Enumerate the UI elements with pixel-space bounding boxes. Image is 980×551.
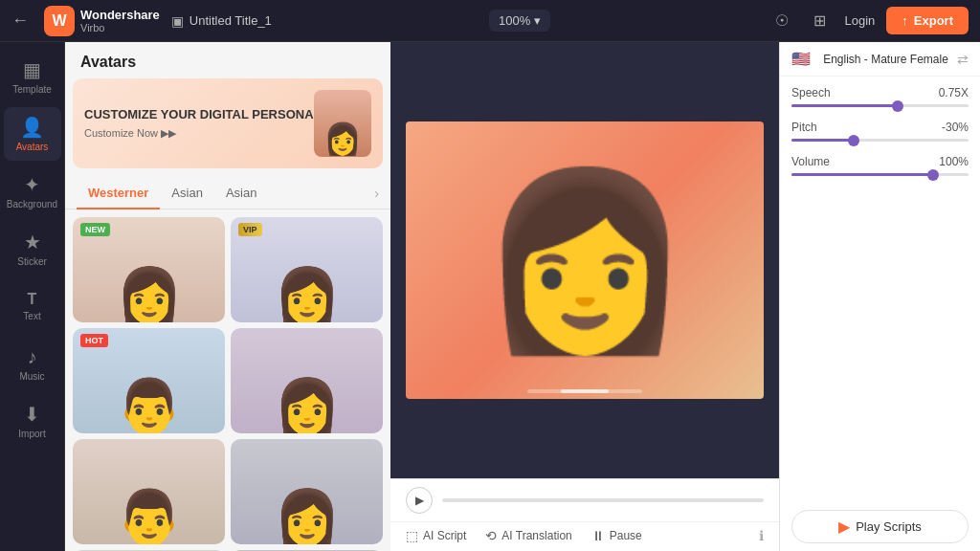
left-sidebar: ▦ Template 👤 Avatars ✦ Background ★ Stic… bbox=[0, 42, 65, 551]
tabs-next-icon[interactable]: › bbox=[374, 186, 379, 201]
pitch-slider[interactable] bbox=[791, 139, 969, 142]
layout-icon[interactable]: ⊞ bbox=[807, 8, 834, 34]
play-scripts-icon: ▶ bbox=[838, 518, 850, 536]
canvas-avatar: 👩 bbox=[478, 174, 693, 346]
ai-script-icon: ⬚ bbox=[406, 528, 418, 543]
sidebar-item-template[interactable]: ▦ Template bbox=[4, 50, 61, 103]
banner-heading: CUSTOMIZE YOUR DIGITAL PERSONA bbox=[84, 107, 314, 123]
pitch-label-row: Pitch -30% bbox=[791, 121, 969, 134]
zoom-control[interactable]: 100% ▾ bbox=[489, 10, 550, 32]
avatar-card-6[interactable]: 👩 bbox=[231, 439, 383, 544]
volume-control: Volume 100% bbox=[791, 155, 969, 176]
sidebar-item-text[interactable]: T Text bbox=[4, 279, 61, 333]
speech-slider-fill bbox=[791, 104, 898, 107]
volume-slider-fill bbox=[791, 173, 933, 176]
import-label: Import bbox=[18, 429, 45, 439]
progress-bar[interactable] bbox=[442, 498, 764, 502]
zoom-chevron-icon: ▾ bbox=[534, 13, 541, 28]
pitch-value: -30% bbox=[942, 121, 969, 134]
logo-icon: W bbox=[44, 6, 75, 36]
canvas-scrollbar-thumb bbox=[561, 389, 609, 393]
sidebar-item-sticker[interactable]: ★ Sticker bbox=[4, 222, 61, 276]
text-icon: T bbox=[28, 291, 37, 308]
ai-translation-button[interactable]: ⟲ AI Translation bbox=[485, 528, 571, 543]
pitch-slider-thumb[interactable] bbox=[848, 135, 859, 146]
play-button[interactable]: ▶ bbox=[406, 487, 433, 514]
music-label: Music bbox=[19, 371, 44, 382]
canvas-viewport: 👩 bbox=[390, 42, 779, 478]
sticker-icon: ★ bbox=[24, 231, 41, 253]
avatar-badge-vip: VIP bbox=[238, 223, 262, 236]
avatar-person-3: 👨 bbox=[116, 380, 183, 433]
topbar-center: 100% ▾ bbox=[283, 10, 757, 32]
file-title[interactable]: ▣ Untitled Title_1 bbox=[171, 13, 272, 29]
avatar-card-2[interactable]: VIP 👩 bbox=[231, 217, 383, 322]
login-button[interactable]: Login bbox=[845, 13, 876, 28]
bottom-controls: ▶ ⬚ AI Script ⟲ AI Translation ⏸ Pause bbox=[390, 478, 779, 551]
banner-subtext: Customize Now ▶▶ bbox=[84, 127, 314, 140]
volume-label: Volume bbox=[791, 155, 830, 168]
avatar-person-5: 👨 bbox=[116, 491, 183, 544]
sidebar-item-avatars[interactable]: 👤 Avatars bbox=[4, 107, 61, 161]
pause-label: Pause bbox=[610, 529, 642, 542]
tab-westerner[interactable]: Westerner bbox=[77, 178, 160, 209]
info-icon[interactable]: ℹ bbox=[759, 528, 764, 543]
speech-value: 0.75X bbox=[939, 86, 969, 99]
speech-slider[interactable] bbox=[791, 104, 969, 107]
avatar-grid: NEW 👩 VIP 👩 HOT 👨 👩 👨 👩 bbox=[65, 209, 390, 551]
pitch-control: Pitch -30% bbox=[791, 121, 969, 142]
avatar-card-4[interactable]: 👩 bbox=[231, 328, 383, 433]
language-text: English - Mature Female bbox=[823, 53, 948, 66]
sticker-label: Sticker bbox=[17, 256, 47, 267]
right-panel: 🇺🇸 English - Mature Female ⇄ Speech 0.75… bbox=[779, 42, 980, 551]
speech-label: Speech bbox=[791, 86, 831, 99]
export-button[interactable]: ↑ Export bbox=[886, 7, 969, 34]
avatar-person-2: 👩 bbox=[274, 269, 341, 322]
speech-control: Speech 0.75X bbox=[791, 86, 969, 107]
template-icon: ▦ bbox=[23, 58, 41, 81]
volume-slider-thumb[interactable] bbox=[927, 169, 939, 181]
avatars-icon: 👤 bbox=[20, 116, 44, 139]
play-scripts-button[interactable]: ▶ Play Scripts bbox=[791, 510, 969, 543]
language-selector[interactable]: 🇺🇸 English - Mature Female ⇄ bbox=[780, 42, 980, 77]
canvas-scrollbar[interactable] bbox=[527, 389, 642, 393]
volume-slider[interactable] bbox=[791, 173, 969, 176]
ai-script-button[interactable]: ⬚ AI Script bbox=[406, 528, 466, 543]
customize-banner[interactable]: CUSTOMIZE YOUR DIGITAL PERSONA Customize… bbox=[73, 78, 383, 168]
avatar-tabs: Westerner Asian Asian › bbox=[65, 178, 390, 209]
file-icon: ▣ bbox=[171, 13, 184, 29]
audio-controls: Speech 0.75X Pitch -30% bbox=[780, 77, 980, 502]
script-controls: ⬚ AI Script ⟲ AI Translation ⏸ Pause ℹ bbox=[390, 521, 779, 551]
swap-icon[interactable]: ⇄ bbox=[957, 52, 969, 67]
history-icon[interactable]: ☉ bbox=[768, 8, 795, 34]
avatar-person-4: 👩 bbox=[274, 380, 341, 433]
ai-script-label: AI Script bbox=[423, 529, 466, 542]
sidebar-item-import[interactable]: ⬇ Import bbox=[4, 394, 61, 448]
tab-asian1-label: Asian bbox=[171, 186, 203, 200]
topbar-right: ☉ ⊞ Login ↑ Export bbox=[768, 7, 969, 34]
template-label: Template bbox=[12, 84, 52, 95]
tab-asian-2[interactable]: Asian bbox=[214, 178, 269, 209]
speech-label-row: Speech 0.75X bbox=[791, 86, 969, 99]
background-label: Background bbox=[7, 199, 57, 209]
sidebar-item-music[interactable]: ♪ Music bbox=[4, 337, 61, 390]
play-scripts-label: Play Scripts bbox=[856, 519, 922, 534]
avatar-card-1[interactable]: NEW 👩 bbox=[73, 217, 225, 322]
export-label: Export bbox=[914, 13, 953, 28]
avatar-card-3[interactable]: HOT 👨 bbox=[73, 328, 225, 433]
pitch-slider-fill bbox=[791, 139, 854, 142]
tab-westerner-label: Westerner bbox=[88, 186, 148, 200]
app-logo: W Wondershare Virbo bbox=[44, 6, 160, 36]
banner-person-icon: 👩 bbox=[323, 121, 362, 157]
back-button[interactable]: ← bbox=[11, 11, 29, 31]
logo-text-group: Wondershare Virbo bbox=[80, 8, 160, 33]
file-name: Untitled Title_1 bbox=[189, 13, 272, 28]
sidebar-item-background[interactable]: ✦ Background bbox=[4, 165, 61, 218]
pause-button[interactable]: ⏸ Pause bbox=[591, 528, 642, 543]
banner-text-area: CUSTOMIZE YOUR DIGITAL PERSONA Customize… bbox=[84, 107, 314, 140]
tab-asian-1[interactable]: Asian bbox=[160, 178, 214, 209]
logo-name: Wondershare bbox=[80, 8, 160, 22]
volume-value: 100% bbox=[939, 155, 969, 168]
speech-slider-thumb[interactable] bbox=[892, 100, 903, 112]
avatar-card-5[interactable]: 👨 bbox=[73, 439, 225, 544]
